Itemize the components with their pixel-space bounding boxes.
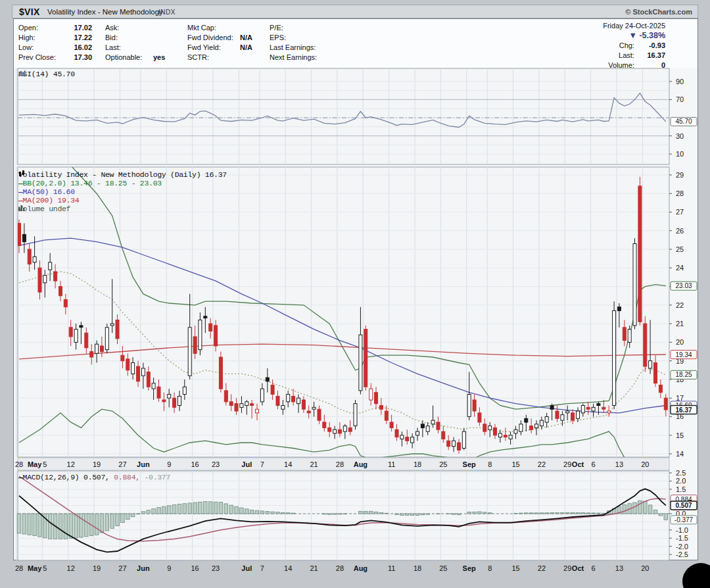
svg-text:16: 16 <box>191 460 199 468</box>
ma200-line-swatch: — <box>18 196 23 205</box>
svg-text:24: 24 <box>676 264 684 272</box>
svg-text:Jun: Jun <box>137 564 150 572</box>
svg-text:Sep: Sep <box>463 460 476 468</box>
svg-text:-2.5: -2.5 <box>676 551 688 558</box>
candlestick-icon <box>18 170 25 178</box>
svg-text:14: 14 <box>284 460 292 468</box>
svg-text:25: 25 <box>676 245 684 253</box>
svg-text:22: 22 <box>538 460 546 468</box>
svg-text:29: 29 <box>676 171 684 179</box>
svg-text:13: 13 <box>615 564 623 572</box>
svg-text:-1.5: -1.5 <box>676 534 688 542</box>
svg-text:-2.0: -2.0 <box>676 543 688 551</box>
svg-text:7: 7 <box>260 460 264 468</box>
ma50-legend: —MA(50) 16.60 <box>18 187 75 196</box>
svg-text:70: 70 <box>676 95 684 103</box>
svg-text:20: 20 <box>676 338 684 346</box>
svg-text:7: 7 <box>260 564 264 572</box>
svg-text:29: 29 <box>563 564 571 572</box>
svg-text:28: 28 <box>336 564 344 572</box>
svg-text:27: 27 <box>118 460 126 468</box>
svg-text:28: 28 <box>15 564 23 572</box>
svg-text:15: 15 <box>676 431 684 439</box>
svg-text:18: 18 <box>414 564 421 572</box>
bb-legend: —BB(20,2.0) 13.46 - 18.25 - 23.03 <box>18 179 162 187</box>
svg-text:18: 18 <box>414 460 421 468</box>
svg-text:May: May <box>28 564 42 572</box>
svg-text:16: 16 <box>191 564 199 572</box>
svg-text:Oct: Oct <box>572 564 584 572</box>
svg-text:12: 12 <box>67 564 75 572</box>
stockcharts-chart-page: { "header": { "symbol": "$VIX", "title":… <box>0 0 710 588</box>
svg-text:2.0: 2.0 <box>676 477 686 485</box>
chart-canvas: 1030709045.70141516171819202122242526272… <box>0 0 710 588</box>
svg-text:15: 15 <box>511 460 519 468</box>
macd-line-swatch: — <box>18 473 23 481</box>
svg-text:21: 21 <box>676 320 684 328</box>
svg-text:8: 8 <box>488 460 492 468</box>
svg-text:Jul: Jul <box>241 564 252 572</box>
svg-text:5: 5 <box>43 564 47 572</box>
svg-text:12: 12 <box>67 460 75 468</box>
volume-legend: Volume undef <box>18 205 70 213</box>
svg-text:22: 22 <box>676 301 684 309</box>
svg-text:17: 17 <box>676 394 684 402</box>
svg-text:25: 25 <box>439 460 447 468</box>
svg-text:0.507: 0.507 <box>675 502 692 509</box>
svg-text:Oct: Oct <box>572 460 584 468</box>
svg-text:20: 20 <box>641 564 649 572</box>
svg-text:6: 6 <box>592 564 596 572</box>
svg-text:27: 27 <box>118 564 126 572</box>
main-legend-title: Volatility Index - New Methodology (Dail… <box>18 170 227 179</box>
svg-text:14: 14 <box>676 450 684 458</box>
svg-text:May: May <box>28 460 42 468</box>
rsi-indicator-icon <box>18 70 26 76</box>
svg-text:28: 28 <box>676 189 684 197</box>
svg-text:11: 11 <box>388 460 395 468</box>
svg-text:5: 5 <box>43 460 47 468</box>
svg-text:15: 15 <box>511 564 519 572</box>
svg-text:6: 6 <box>592 460 596 468</box>
svg-text:21: 21 <box>310 564 318 572</box>
svg-text:19.34: 19.34 <box>675 351 692 358</box>
svg-text:Sep: Sep <box>463 564 476 572</box>
svg-text:19: 19 <box>93 564 101 572</box>
ma50-line-swatch: — <box>18 187 23 196</box>
svg-text:90: 90 <box>676 78 684 86</box>
svg-text:28: 28 <box>336 460 344 468</box>
bb-line-swatch: — <box>18 179 23 187</box>
svg-text:30: 30 <box>676 132 684 140</box>
ma200-legend: —MA(200) 19.34 <box>18 196 79 205</box>
svg-text:14: 14 <box>284 564 292 572</box>
svg-text:23.03: 23.03 <box>675 282 692 289</box>
svg-text:9: 9 <box>167 460 171 468</box>
macd-legend: —MACD(12,26,9) 0.507, 0.884, -0.377 <box>18 473 170 481</box>
volume-bars-icon <box>18 205 25 211</box>
svg-text:2.5: 2.5 <box>676 469 686 477</box>
svg-text:Jun: Jun <box>137 460 150 468</box>
svg-text:1.5: 1.5 <box>676 485 686 493</box>
svg-text:19: 19 <box>93 460 101 468</box>
svg-text:13: 13 <box>615 460 623 468</box>
svg-text:10: 10 <box>676 150 684 158</box>
svg-text:18.25: 18.25 <box>675 371 692 378</box>
svg-text:23: 23 <box>212 564 220 572</box>
svg-text:8: 8 <box>488 564 492 572</box>
svg-text:11: 11 <box>388 564 395 572</box>
svg-text:16.37: 16.37 <box>675 406 692 414</box>
svg-text:Jul: Jul <box>241 460 252 468</box>
svg-text:26: 26 <box>676 227 684 235</box>
svg-text:-1.0: -1.0 <box>676 526 688 534</box>
svg-text:28: 28 <box>15 460 23 468</box>
svg-text:Aug: Aug <box>354 460 367 468</box>
svg-text:20: 20 <box>641 460 649 468</box>
rsi-legend: RSI(14) 45.70 <box>18 70 75 78</box>
svg-text:Aug: Aug <box>354 564 367 572</box>
svg-text:25: 25 <box>439 564 447 572</box>
svg-text:45.70: 45.70 <box>675 118 692 125</box>
svg-text:27: 27 <box>676 208 684 216</box>
svg-text:9: 9 <box>167 564 171 572</box>
svg-text:23: 23 <box>212 460 220 468</box>
svg-text:-0.377: -0.377 <box>674 516 694 524</box>
svg-text:22: 22 <box>538 564 546 572</box>
